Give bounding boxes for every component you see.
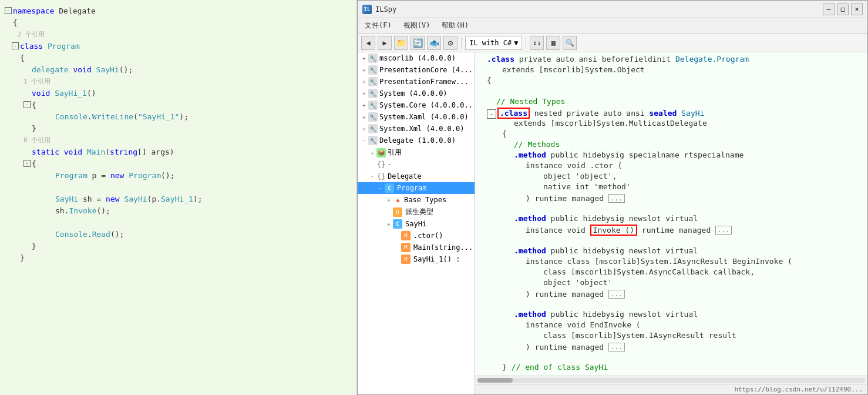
tree-item-program[interactable]: - C Program	[358, 182, 475, 194]
horizontal-scrollbar[interactable]	[475, 376, 867, 384]
code-line-brace3: - {	[0, 99, 356, 111]
collapsed-box3[interactable]: ...	[608, 290, 625, 299]
tree-label: SayHi_1() :	[413, 255, 460, 263]
il-line-method4: .method public hidebysig newslot virtual	[475, 310, 867, 320]
tree-label: PresentationFramew...	[379, 78, 469, 86]
class-icon: C	[393, 219, 402, 229]
tree-expand-icon[interactable]: -	[360, 136, 368, 145]
tree-item-sayhi1[interactable]: M SayHi_1() :	[358, 253, 475, 265]
method-icon: M	[401, 243, 411, 252]
expand-class[interactable]: -	[12, 42, 19, 49]
tree-expand-icon	[393, 255, 401, 263]
il-line-method2: .method public hidebysig newslot virtual	[475, 214, 867, 225]
ns-icon: {}	[376, 172, 386, 181]
view-btn[interactable]: ▦	[546, 36, 560, 50]
tree-item-sayhi[interactable]: + C SayHi	[358, 218, 475, 230]
tree-expand-icon[interactable]: -	[376, 184, 385, 192]
tree-expand-icon[interactable]: +	[360, 125, 368, 133]
il-line-runtime2: ) runtime managed ...	[475, 289, 867, 299]
expand-sayhi1[interactable]: -	[23, 101, 31, 108]
fish-button[interactable]: 🐟	[427, 36, 441, 50]
tree-expand-icon[interactable]: +	[360, 78, 368, 86]
tree-expand-icon[interactable]: +	[360, 89, 368, 98]
tree-item-systemcore[interactable]: + 🔧 System.Core (4.0.0.0...	[358, 99, 475, 111]
expand-namespace[interactable]: -	[5, 7, 12, 14]
code-line-delegate: delegate void SayHi ();	[0, 63, 356, 75]
tree-expand-icon[interactable]: +	[385, 196, 393, 204]
il-line-end-class: } // end of class SayHi	[475, 363, 867, 373]
menu-help[interactable]: 帮助(H)	[439, 19, 471, 32]
tree-label: .ctor()	[413, 232, 443, 240]
tree-expand-icon[interactable]: -	[368, 172, 376, 180]
open-button[interactable]: 📁	[394, 36, 408, 50]
tree-item-main[interactable]: M Main(string...	[358, 242, 475, 253]
il-line-object-param: object 'object',	[475, 172, 867, 182]
tree-label: Base Types	[404, 196, 446, 204]
forward-button[interactable]: ▶	[378, 36, 392, 50]
il-line-empty5	[475, 352, 867, 363]
method-icon: M	[401, 231, 411, 240]
il-code-view: .class private auto ansi beforefieldinit…	[475, 52, 867, 376]
il-line-methods-comment: // Methods	[475, 140, 867, 150]
tree-item-system[interactable]: + 🔧 System (4.0.0.0)	[358, 88, 475, 99]
tree-item-prescore[interactable]: + 🔧 PresentationCore (4....	[358, 64, 475, 76]
search-button[interactable]: 🔍	[563, 36, 577, 50]
menu-bar: 文件(F) 视图(V) 帮助(H)	[358, 18, 867, 34]
code-line-brace7: }	[0, 252, 356, 263]
tree-item-ctor[interactable]: M .ctor()	[358, 230, 475, 242]
tree-expand-icon[interactable]: +	[385, 220, 393, 228]
il-line-class-decl: .class private auto ansi beforefieldinit…	[475, 55, 867, 65]
code-line-new-sayhi: SayHi sh = new SayHi (p. SayHi_1 );	[0, 193, 356, 205]
tree-expand-icon[interactable]: +	[360, 113, 368, 121]
tree-expand-icon[interactable]: +	[360, 54, 368, 62]
tree-label: System.Xml (4.0.0.0)	[379, 125, 465, 133]
minimize-button[interactable]: —	[823, 4, 835, 15]
il-line-native-param: native int 'method'	[475, 182, 867, 193]
class-keyword-redbox: .class	[497, 108, 530, 119]
settings-button[interactable]: ⚙	[443, 36, 457, 50]
title-bar: IL ILSpy — □ ✕	[358, 1, 867, 18]
language-dropdown[interactable]: IL with C# ▼	[465, 36, 522, 50]
collapsed-box4[interactable]: ...	[608, 343, 625, 352]
menu-file[interactable]: 文件(F)	[362, 19, 394, 32]
il-line-extends2: extends [mscorlib]System.MulticastDelega…	[475, 119, 867, 129]
tree-item-derived[interactable]: D 派生类型	[358, 206, 475, 218]
tree-item-braces[interactable]: {} -	[358, 159, 475, 170]
tree-item-sysxaml[interactable]: + 🔧 System.Xaml (4.0.0.0)	[358, 111, 475, 123]
il-line-empty1	[475, 86, 867, 97]
menu-view[interactable]: 视图(V)	[401, 19, 433, 32]
collapsed-box1[interactable]: ...	[608, 194, 625, 203]
expand-nested-class[interactable]: -	[487, 109, 496, 119]
close-button[interactable]: ✕	[851, 4, 863, 15]
dll-icon: 🔧	[368, 124, 378, 133]
tree-label: 派生类型	[405, 207, 433, 217]
tree-expand-icon[interactable]: +	[360, 101, 368, 109]
code-line-empty1	[0, 181, 356, 193]
sort-button[interactable]: ↕↓	[530, 36, 544, 50]
code-line-namespace: - namespace Delegate	[0, 5, 356, 16]
collapsed-box2[interactable]: ...	[715, 226, 732, 235]
maximize-button[interactable]: □	[837, 4, 849, 15]
tree-item-presframe[interactable]: + 🔧 PresentationFramew...	[358, 76, 475, 88]
expand-main[interactable]: -	[23, 160, 31, 167]
tree-item-basetypes[interactable]: + 🔺 Base Types	[358, 194, 475, 206]
tree-item-sysxml[interactable]: + 🔧 System.Xml (4.0.0.0)	[358, 123, 475, 135]
tree-item-ref[interactable]: + 📦 引用	[358, 146, 475, 159]
dropdown-arrow: ▼	[514, 39, 518, 47]
tree-expand-icon[interactable]: +	[360, 66, 368, 74]
tree-item-delegate[interactable]: - 🔧 Delegate (1.0.0.0)	[358, 135, 475, 146]
tree-label: Delegate (1.0.0.0)	[379, 136, 456, 145]
ilspy-window: IL ILSpy — □ ✕ 文件(F) 视图(V) 帮助(H) ◀ ▶ 📁 🔄…	[357, 0, 868, 395]
back-button[interactable]: ◀	[361, 36, 375, 50]
toolbar-separator2	[526, 37, 526, 49]
scroll-thumb[interactable]	[477, 378, 513, 383]
tree-item-delegate-ns[interactable]: - {} Delegate	[358, 170, 475, 182]
tree-label: PresentationCore (4....	[379, 66, 475, 74]
tree-expand-icon	[368, 160, 376, 169]
il-line-runtime1: ) runtime managed ...	[475, 193, 867, 203]
code-line-brace6: }	[0, 240, 356, 252]
refresh-button[interactable]: 🔄	[411, 36, 425, 50]
il-line-empty3	[475, 236, 867, 246]
tree-item-mscorlib[interactable]: + 🔧 mscorlib (4.0.0.0)	[358, 52, 475, 64]
tree-expand-icon[interactable]: +	[368, 149, 376, 157]
